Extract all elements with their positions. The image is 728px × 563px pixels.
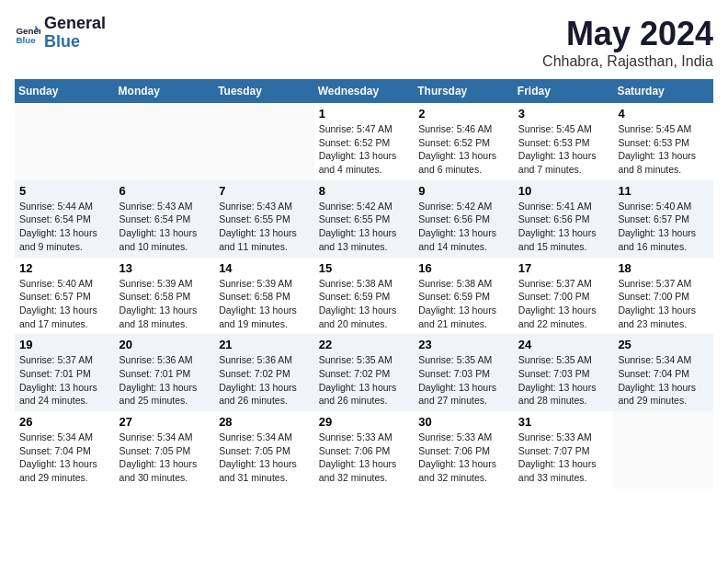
svg-text:Blue: Blue — [16, 35, 36, 45]
day-info: Sunrise: 5:34 AM Sunset: 7:04 PM Dayligh… — [618, 353, 709, 408]
day-number: 25 — [618, 338, 709, 351]
day-number: 23 — [418, 338, 509, 351]
day-info: Sunrise: 5:34 AM Sunset: 7:05 PM Dayligh… — [219, 431, 310, 485]
logo-text-line2: Blue — [44, 33, 106, 52]
day-info: Sunrise: 5:42 AM Sunset: 6:56 PM Dayligh… — [418, 200, 509, 254]
weekday-header-thursday: Thursday — [414, 79, 514, 103]
page-header: General Blue General Blue May 2024 Chhab… — [15, 15, 713, 70]
day-number: 26 — [19, 415, 110, 429]
day-number: 20 — [119, 338, 210, 351]
calendar-week-row: 1Sunrise: 5:47 AM Sunset: 6:52 PM Daylig… — [15, 103, 713, 180]
logo: General Blue General Blue — [15, 15, 106, 52]
calendar-cell: 25Sunrise: 5:34 AM Sunset: 7:04 PM Dayli… — [613, 334, 713, 411]
calendar-cell: 14Sunrise: 5:39 AM Sunset: 6:58 PM Dayli… — [214, 258, 314, 335]
calendar-cell: 17Sunrise: 5:37 AM Sunset: 7:00 PM Dayli… — [514, 258, 614, 335]
day-number: 12 — [19, 261, 110, 275]
calendar-cell: 20Sunrise: 5:36 AM Sunset: 7:01 PM Dayli… — [115, 334, 215, 411]
day-info: Sunrise: 5:45 AM Sunset: 6:53 PM Dayligh… — [518, 122, 609, 177]
calendar-cell: 24Sunrise: 5:35 AM Sunset: 7:03 PM Dayli… — [514, 334, 614, 411]
day-number: 8 — [319, 184, 410, 198]
calendar-cell — [613, 411, 713, 488]
calendar-cell: 8Sunrise: 5:42 AM Sunset: 6:55 PM Daylig… — [314, 180, 415, 258]
calendar-cell: 12Sunrise: 5:40 AM Sunset: 6:57 PM Dayli… — [15, 258, 115, 335]
calendar-week-row: 26Sunrise: 5:34 AM Sunset: 7:04 PM Dayli… — [15, 411, 713, 488]
day-info: Sunrise: 5:40 AM Sunset: 6:57 PM Dayligh… — [19, 277, 110, 331]
day-info: Sunrise: 5:35 AM Sunset: 7:03 PM Dayligh… — [418, 353, 509, 408]
day-number: 27 — [119, 415, 210, 429]
calendar-subtitle: Chhabra, Rajasthan, India — [542, 53, 713, 70]
day-info: Sunrise: 5:47 AM Sunset: 6:52 PM Dayligh… — [319, 122, 410, 177]
calendar-cell — [214, 103, 314, 180]
calendar-cell: 16Sunrise: 5:38 AM Sunset: 6:59 PM Dayli… — [414, 258, 514, 335]
day-number: 22 — [319, 338, 410, 351]
calendar-cell: 6Sunrise: 5:43 AM Sunset: 6:54 PM Daylig… — [115, 180, 215, 258]
day-info: Sunrise: 5:39 AM Sunset: 6:58 PM Dayligh… — [119, 277, 210, 331]
day-info: Sunrise: 5:42 AM Sunset: 6:55 PM Dayligh… — [319, 200, 410, 254]
day-number: 16 — [418, 261, 509, 275]
day-info: Sunrise: 5:36 AM Sunset: 7:01 PM Dayligh… — [119, 353, 210, 408]
calendar-body: 1Sunrise: 5:47 AM Sunset: 6:52 PM Daylig… — [15, 103, 713, 488]
day-info: Sunrise: 5:35 AM Sunset: 7:02 PM Dayligh… — [319, 353, 410, 408]
day-number: 7 — [219, 184, 310, 198]
day-number: 3 — [518, 107, 609, 121]
day-info: Sunrise: 5:38 AM Sunset: 6:59 PM Dayligh… — [418, 277, 509, 331]
weekday-header-tuesday: Tuesday — [214, 79, 314, 103]
day-info: Sunrise: 5:41 AM Sunset: 6:56 PM Dayligh… — [518, 200, 609, 254]
calendar-week-row: 19Sunrise: 5:37 AM Sunset: 7:01 PM Dayli… — [15, 334, 713, 411]
calendar-header: SundayMondayTuesdayWednesdayThursdayFrid… — [15, 79, 713, 103]
calendar-cell: 30Sunrise: 5:33 AM Sunset: 7:06 PM Dayli… — [414, 411, 514, 488]
calendar-cell: 9Sunrise: 5:42 AM Sunset: 6:56 PM Daylig… — [414, 180, 514, 258]
day-info: Sunrise: 5:33 AM Sunset: 7:06 PM Dayligh… — [319, 431, 410, 485]
day-info: Sunrise: 5:35 AM Sunset: 7:03 PM Dayligh… — [518, 353, 609, 408]
day-number: 30 — [418, 415, 509, 429]
calendar-cell: 10Sunrise: 5:41 AM Sunset: 6:56 PM Dayli… — [514, 180, 614, 258]
calendar-cell: 19Sunrise: 5:37 AM Sunset: 7:01 PM Dayli… — [15, 334, 115, 411]
calendar-cell: 1Sunrise: 5:47 AM Sunset: 6:52 PM Daylig… — [314, 103, 415, 180]
day-number: 13 — [119, 261, 210, 275]
day-info: Sunrise: 5:34 AM Sunset: 7:04 PM Dayligh… — [19, 431, 110, 485]
weekday-header-sunday: Sunday — [15, 79, 115, 103]
calendar-cell: 23Sunrise: 5:35 AM Sunset: 7:03 PM Dayli… — [414, 334, 514, 411]
day-number: 2 — [418, 107, 509, 121]
title-block: May 2024 Chhabra, Rajasthan, India — [542, 15, 713, 70]
day-number: 9 — [418, 184, 509, 198]
calendar-cell: 18Sunrise: 5:37 AM Sunset: 7:00 PM Dayli… — [613, 258, 713, 335]
day-info: Sunrise: 5:46 AM Sunset: 6:52 PM Dayligh… — [418, 122, 509, 177]
day-info: Sunrise: 5:39 AM Sunset: 6:58 PM Dayligh… — [219, 277, 310, 331]
calendar-cell: 4Sunrise: 5:45 AM Sunset: 6:53 PM Daylig… — [613, 103, 713, 180]
day-number: 31 — [518, 415, 609, 429]
day-number: 18 — [618, 261, 709, 275]
day-number: 5 — [19, 184, 110, 198]
calendar-week-row: 5Sunrise: 5:44 AM Sunset: 6:54 PM Daylig… — [15, 180, 713, 258]
weekday-header-saturday: Saturday — [613, 79, 713, 103]
calendar-cell: 5Sunrise: 5:44 AM Sunset: 6:54 PM Daylig… — [15, 180, 115, 258]
day-number: 19 — [19, 338, 110, 351]
day-info: Sunrise: 5:37 AM Sunset: 7:00 PM Dayligh… — [518, 277, 609, 331]
day-info: Sunrise: 5:36 AM Sunset: 7:02 PM Dayligh… — [219, 353, 310, 408]
day-number: 29 — [319, 415, 410, 429]
day-number: 10 — [518, 184, 609, 198]
day-info: Sunrise: 5:37 AM Sunset: 7:01 PM Dayligh… — [19, 353, 110, 408]
day-number: 17 — [518, 261, 609, 275]
calendar-cell: 15Sunrise: 5:38 AM Sunset: 6:59 PM Dayli… — [314, 258, 415, 335]
day-info: Sunrise: 5:45 AM Sunset: 6:53 PM Dayligh… — [618, 122, 709, 177]
day-number: 28 — [219, 415, 310, 429]
logo-text-line1: General — [44, 15, 106, 33]
calendar-cell: 22Sunrise: 5:35 AM Sunset: 7:02 PM Dayli… — [314, 334, 415, 411]
calendar-cell: 29Sunrise: 5:33 AM Sunset: 7:06 PM Dayli… — [314, 411, 415, 488]
calendar-table: SundayMondayTuesdayWednesdayThursdayFrid… — [15, 79, 713, 488]
day-info: Sunrise: 5:34 AM Sunset: 7:05 PM Dayligh… — [119, 431, 210, 485]
calendar-title: May 2024 — [542, 15, 713, 53]
weekday-header-monday: Monday — [115, 79, 215, 103]
day-number: 6 — [119, 184, 210, 198]
day-info: Sunrise: 5:38 AM Sunset: 6:59 PM Dayligh… — [319, 277, 410, 331]
day-number: 24 — [518, 338, 609, 351]
day-number: 15 — [319, 261, 410, 275]
day-info: Sunrise: 5:37 AM Sunset: 7:00 PM Dayligh… — [618, 277, 709, 331]
weekday-header-row: SundayMondayTuesdayWednesdayThursdayFrid… — [15, 79, 713, 103]
day-info: Sunrise: 5:44 AM Sunset: 6:54 PM Dayligh… — [19, 200, 110, 254]
calendar-cell: 31Sunrise: 5:33 AM Sunset: 7:07 PM Dayli… — [514, 411, 614, 488]
calendar-cell — [15, 103, 115, 180]
day-number: 11 — [618, 184, 709, 198]
day-info: Sunrise: 5:40 AM Sunset: 6:57 PM Dayligh… — [618, 200, 709, 254]
